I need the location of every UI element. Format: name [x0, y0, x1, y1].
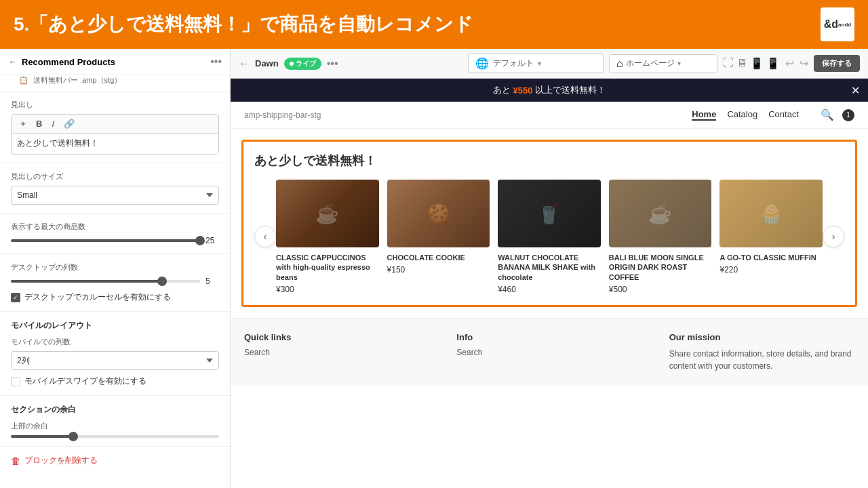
- top-padding-label: 上部の余白: [11, 421, 219, 431]
- heading-size-label: 見出しのサイズ: [11, 171, 219, 182]
- shipping-bar-amount: ¥550: [513, 85, 533, 96]
- top-padding-slider-row: [11, 435, 219, 438]
- preview-area: ← Dawn ライブ ••• 🌐 デフォルト ▾ ⌂ ホームページ ▾ ⛶ 🖥: [231, 49, 868, 488]
- heading-label: 見出し: [11, 100, 219, 110]
- delete-icon: 🗑: [11, 455, 20, 466]
- url-text: デフォルト: [493, 58, 534, 69]
- save-button[interactable]: 保存する: [814, 55, 860, 72]
- top-padding-slider-track[interactable]: [11, 435, 219, 438]
- globe-icon: 🌐: [475, 57, 489, 70]
- footer-quick-links: Quick links Search: [244, 332, 429, 372]
- product-image-cookie[interactable]: 🍪: [387, 180, 490, 247]
- delete-block-row[interactable]: 🗑 ブロックを削除する: [0, 447, 230, 474]
- nav-link-catalog[interactable]: Catalog: [727, 109, 757, 121]
- text-editor: ✦ B I 🔗 あと少しで送料無料！: [11, 114, 219, 155]
- quick-links-title: Quick links: [244, 332, 429, 342]
- browser-more-icon[interactable]: •••: [327, 58, 338, 70]
- mobile-icon[interactable]: 📱: [766, 57, 780, 70]
- heading-text-content[interactable]: あと少しで送料無料！: [12, 134, 218, 154]
- desktop-cols-section: デスクトップの列数 5 デスクトップでカルーセルを有効にする: [0, 254, 230, 312]
- heading-size-section: 見出しのサイズ Small Medium Large: [0, 163, 230, 214]
- max-products-value: 25: [205, 236, 219, 245]
- product-name-5: A GO-TO CLASSIC MUFFIN: [719, 253, 823, 262]
- section-padding-heading: セクションの余白: [11, 404, 219, 415]
- link-button[interactable]: 🔗: [61, 117, 77, 130]
- recommend-heading: あと少しで送料無料！: [254, 152, 844, 169]
- product-image-muffin[interactable]: 🧁: [719, 180, 823, 247]
- store-nav-links: Home Catalog Contact: [692, 109, 799, 121]
- max-products-slider-row: 25: [11, 236, 219, 245]
- url-bar[interactable]: 🌐 デフォルト ▾: [468, 54, 604, 73]
- footer-search-link[interactable]: Search: [244, 348, 429, 357]
- main-layout: ← Recommend Products ••• 📋 送料無料バー .amp（s…: [0, 49, 868, 488]
- nav-link-contact[interactable]: Contact: [768, 109, 799, 121]
- carousel-checkbox[interactable]: [11, 293, 20, 302]
- delete-label: ブロックを削除する: [24, 455, 98, 466]
- product-card: ☕ CLASSIC CAPPUCCINOS with high-quality …: [276, 180, 379, 294]
- products-grid: ☕ CLASSIC CAPPUCCINOS with high-quality …: [276, 180, 823, 294]
- desktop-cols-slider-track[interactable]: [11, 280, 200, 283]
- tablet-icon[interactable]: 📱: [750, 57, 764, 70]
- carousel-next-button[interactable]: ›: [823, 226, 844, 247]
- product-card: 🥤 WALNUT CHOCOLATE BANANA MILK SHAKE wit…: [498, 180, 601, 294]
- desktop-icon[interactable]: 🖥: [736, 57, 747, 70]
- footer-mission: Our mission Share contact information, s…: [669, 332, 854, 372]
- store-nav-right: 🔍 1: [821, 108, 854, 121]
- mobile-swipe-row: モバイルデスワイプを有効にする: [11, 375, 219, 387]
- product-image-shake[interactable]: 🥤: [498, 180, 601, 247]
- home-bar[interactable]: ⌂ ホームページ ▾: [609, 54, 717, 73]
- mobile-swipe-label: モバイルデスワイプを有効にする: [24, 375, 146, 387]
- product-name-4: BALI BLUE MOON SINGLE ORIGIN DARK ROAST …: [609, 253, 712, 282]
- sidebar: ← Recommend Products ••• 📋 送料無料バー .amp（s…: [0, 49, 231, 488]
- shipping-bar-suffix: 以上で送料無料！: [535, 84, 606, 96]
- home-dropdown-arrow[interactable]: ▾: [677, 60, 681, 67]
- sidebar-back-icon[interactable]: ←: [8, 56, 18, 67]
- max-products-section: 表示する最大の商品数 25: [0, 214, 230, 254]
- product-name-2: CHOCOLATE COOKIE: [387, 253, 490, 262]
- sidebar-subtitle: 📋 送料無料バー .amp（stg）: [0, 75, 230, 92]
- redo-icon[interactable]: ↪: [800, 57, 808, 70]
- nav-link-home[interactable]: Home: [692, 109, 716, 121]
- sidebar-more-icon[interactable]: •••: [210, 56, 222, 68]
- mobile-cols-select[interactable]: 1列 2列 3列: [11, 351, 219, 370]
- product-name-3: WALNUT CHOCOLATE BANANA MILK SHAKE with …: [498, 253, 601, 282]
- top-banner-text: 5.「あと少しで送料無料！」で商品を自動レコメンド: [14, 12, 473, 37]
- live-dot: [290, 62, 294, 66]
- view-icons: ⛶ 🖥 📱 📱: [723, 57, 780, 70]
- sidebar-top-bar: ← Recommend Products •••: [0, 49, 230, 75]
- italic-button[interactable]: I: [49, 117, 57, 130]
- section-padding-section: セクションの余白 上部の余白: [0, 396, 230, 447]
- info-title: Info: [456, 332, 642, 342]
- sparkle-icon[interactable]: ✦: [17, 118, 29, 130]
- text-editor-toolbar: ✦ B I 🔗: [12, 115, 218, 134]
- max-products-slider-track[interactable]: [11, 239, 200, 242]
- product-price-5: ¥220: [719, 265, 823, 274]
- product-card: 🍪 CHOCOLATE COOKIE ¥150: [387, 180, 490, 294]
- bold-button[interactable]: B: [33, 117, 45, 130]
- product-price-1: ¥300: [276, 285, 379, 294]
- carousel-prev-button[interactable]: ‹: [254, 226, 276, 247]
- product-image-coffee-bag[interactable]: ☕: [609, 180, 712, 247]
- footer-info: Info Search: [456, 332, 642, 372]
- desktop-cols-label: デスクトップの列数: [11, 262, 219, 272]
- undo-icon[interactable]: ↩: [785, 57, 794, 70]
- mobile-layout-section: モバイルのレイアウト モバイルでの列数 1列 2列 3列 モバイルデスワイプを有…: [0, 312, 230, 396]
- product-image-cappuccino[interactable]: ☕: [276, 180, 379, 247]
- cart-badge[interactable]: 1: [842, 109, 854, 121]
- footer-info-search-link[interactable]: Search: [456, 348, 642, 357]
- heading-size-select[interactable]: Small Medium Large: [11, 186, 219, 205]
- browser-bar: ← Dawn ライブ ••• 🌐 デフォルト ▾ ⌂ ホームページ ▾ ⛶ 🖥: [231, 49, 868, 79]
- url-dropdown-arrow[interactable]: ▾: [538, 60, 541, 67]
- mobile-swipe-checkbox[interactable]: [11, 377, 20, 386]
- recommend-section: あと少しで送料無料！ ‹ ☕ CLASSIC CAPPUCCINOS with …: [241, 140, 857, 307]
- top-banner: 5.「あと少しで送料無料！」で商品を自動レコメンド &dandd: [0, 0, 868, 49]
- product-price-2: ¥150: [387, 265, 490, 274]
- fullscreen-icon[interactable]: ⛶: [723, 57, 734, 70]
- desktop-cols-value: 5: [205, 277, 219, 286]
- shipping-bar: あと ¥550 以上で送料無料！ ✕: [231, 79, 868, 102]
- sidebar-title: Recommend Products: [22, 57, 206, 67]
- home-icon: ⌂: [616, 58, 623, 70]
- browser-back-icon[interactable]: ←: [239, 58, 250, 70]
- shipping-bar-close[interactable]: ✕: [851, 84, 860, 97]
- search-nav-icon[interactable]: 🔍: [821, 108, 834, 121]
